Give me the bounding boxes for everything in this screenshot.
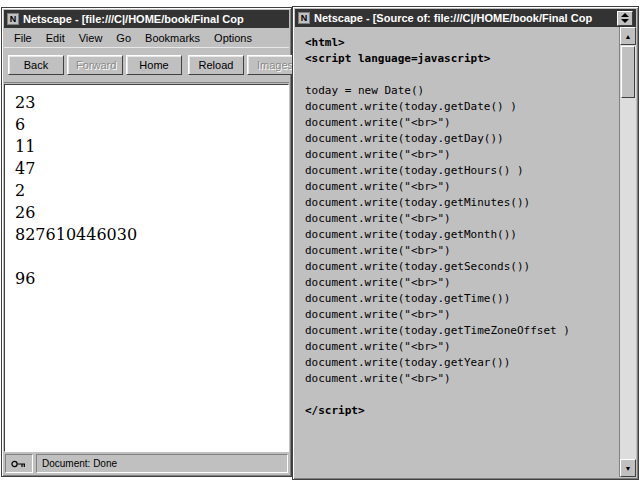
source-line: document.write("<br>") (305, 243, 617, 259)
source-code: <html><script language=javascript> today… (295, 27, 619, 477)
document-line: 96 (15, 268, 278, 290)
source-body: <html><script language=javascript> today… (295, 27, 636, 477)
source-line: document.write(today.getMinutes()) (305, 195, 617, 211)
source-line: document.write("<br>") (305, 371, 617, 387)
source-line: document.write(today.getDate() ) (305, 99, 617, 115)
source-window: N Netscape - [Source of: file:///C|/HOME… (292, 6, 639, 480)
source-line: document.write("<br>") (305, 179, 617, 195)
source-line: </script> (305, 403, 617, 419)
browser-content: 2361147226827610446030 96 (4, 84, 289, 452)
document-line: 2 (15, 180, 278, 202)
netscape-icon: N (7, 13, 19, 25)
scroll-up-button[interactable]: ▲ (620, 27, 636, 45)
status-message: Document: Done (36, 454, 288, 473)
document-line: 11 (15, 136, 278, 158)
reload-button[interactable]: Reload (188, 55, 244, 75)
title-bar[interactable]: N Netscape - [file:///C|/HOME/book/Final… (4, 10, 289, 28)
forward-button[interactable]: Forward (67, 55, 123, 75)
menu-bar: File Edit View Go Bookmarks Options (4, 28, 289, 47)
source-line: document.write(today.getMonth()) (305, 227, 617, 243)
source-line: document.write(today.getSeconds()) (305, 259, 617, 275)
document-line: 26 (15, 202, 278, 224)
home-button[interactable]: Home (126, 55, 182, 75)
security-cell (5, 454, 33, 473)
source-line (305, 387, 617, 403)
source-window-title: Netscape - [Source of: file:///C|/HOME/b… (314, 12, 613, 24)
source-line: document.write("<br>") (305, 211, 617, 227)
source-line: today = new Date() (305, 83, 617, 99)
menu-file[interactable]: File (7, 30, 39, 46)
source-line: document.write(today.getTime()) (305, 291, 617, 307)
source-line: document.write("<br>") (305, 147, 617, 163)
menu-bookmarks[interactable]: Bookmarks (138, 30, 207, 46)
source-line (305, 67, 617, 83)
document-line: 827610446030 (15, 224, 278, 246)
security-key-icon (11, 459, 27, 469)
source-line: <script language=javascript> (305, 51, 617, 67)
menu-options[interactable]: Options (207, 30, 259, 46)
browser-window: N Netscape - [file:///C|/HOME/book/Final… (1, 7, 292, 477)
document-line: 23 (15, 92, 278, 114)
scroll-down-button[interactable]: ▼ (620, 459, 636, 477)
source-line: document.write(today.getTimeZoneOffset ) (305, 323, 617, 339)
menu-go[interactable]: Go (109, 30, 138, 46)
source-title-bar[interactable]: N Netscape - [Source of: file:///C|/HOME… (295, 9, 636, 27)
window-title: Netscape - [file:///C|/HOME/book/Final C… (23, 13, 286, 25)
menu-view[interactable]: View (72, 30, 110, 46)
vertical-scrollbar[interactable]: ▲ ▼ (619, 27, 636, 477)
source-line: document.write("<br>") (305, 307, 617, 323)
source-line: document.write(today.getHours() ) (305, 163, 617, 179)
restore-arrows-icon (621, 13, 629, 23)
source-line: document.write("<br>") (305, 115, 617, 131)
source-line: document.write(today.getDay()) (305, 131, 617, 147)
scroll-track[interactable] (620, 99, 636, 459)
document-line: 6 (15, 114, 278, 136)
source-line: document.write(today.getYear()) (305, 355, 617, 371)
document-line: 47 (15, 158, 278, 180)
source-line: <html> (305, 35, 617, 51)
menu-edit[interactable]: Edit (39, 30, 72, 46)
back-button[interactable]: Back (8, 55, 64, 75)
source-line: document.write("<br>") (305, 275, 617, 291)
restore-button[interactable] (617, 11, 633, 26)
toolbar: Back Forward Home Reload Images (4, 47, 289, 83)
status-bar: Document: Done (4, 453, 289, 474)
source-line: document.write("<br>") (305, 339, 617, 355)
netscape-icon: N (298, 12, 310, 24)
scroll-thumb[interactable] (621, 46, 635, 98)
document-line (15, 246, 278, 268)
